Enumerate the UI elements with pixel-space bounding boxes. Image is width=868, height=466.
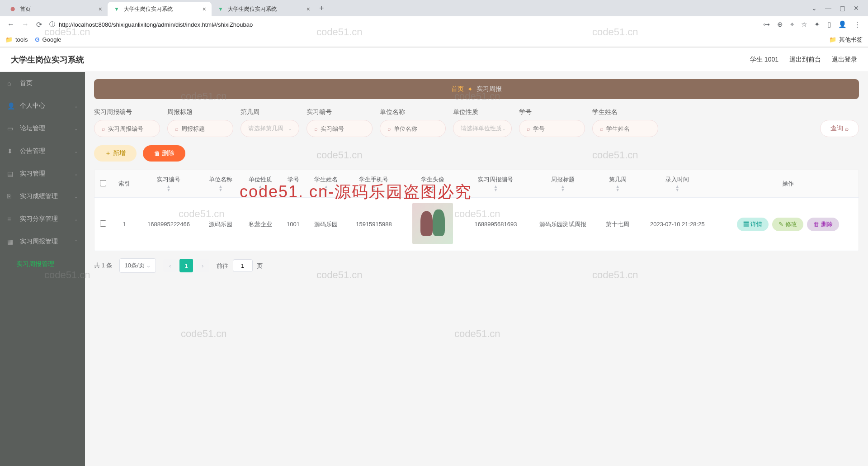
sort-icon: ▲▼ [494, 185, 498, 192]
sort-icon: ▲▼ [291, 185, 295, 192]
bookmark-other[interactable]: 📁 其他书签 [829, 36, 863, 44]
search-input[interactable] [181, 125, 226, 132]
breadcrumb-home[interactable]: 首页 [451, 85, 464, 93]
close-icon[interactable]: × [99, 5, 102, 13]
close-icon[interactable]: × [307, 5, 310, 13]
sidebar-item-share[interactable]: ≡实习分享管理⌄ [0, 208, 85, 230]
exit-front-button[interactable]: 退出到前台 [789, 56, 821, 64]
sidebar-item-label: 论坛管理 [20, 124, 45, 133]
detail-button[interactable]: ☰ 详情 [737, 218, 769, 231]
next-page-button[interactable]: › [196, 259, 209, 272]
reload-icon[interactable]: ⟳ [36, 20, 42, 29]
sidebar-item-label: 实习成绩管理 [20, 192, 58, 200]
address-bar: ← → ⟳ ⓘ ⊶ ⊕ ⌖ ☆ ✦ ▯ 👤 ⋮ [0, 16, 868, 33]
info-icon[interactable]: ⓘ [49, 20, 55, 29]
page-size-select[interactable]: 10条/页 ⌄ [119, 258, 156, 273]
text-input[interactable]: ⌕ [519, 120, 585, 137]
maximize-icon[interactable]: ▢ [840, 5, 845, 12]
zoom-icon[interactable]: ⊕ [777, 20, 783, 29]
main-content: 首页 ✦ 实习周报 实习周报编号⌕周报标题⌕第几周请选择第几周⌄实习编号⌕单位名… [85, 72, 868, 466]
table-header-cell[interactable]: 实习周报编号▲▼ [463, 170, 528, 198]
chevron-down-icon: ⌄ [74, 104, 78, 109]
table-header-cell[interactable]: 学生手机号▲▼ [346, 170, 401, 198]
table-cell: 1 [112, 198, 137, 251]
field-label: 学生姓名 [592, 108, 658, 116]
search-input[interactable] [606, 125, 651, 132]
bookmark-google[interactable]: G Google [35, 36, 61, 43]
row-checkbox[interactable] [100, 220, 106, 227]
home-icon: ⌂ [7, 80, 15, 87]
row-delete-button[interactable]: 🗑 删除 [807, 218, 839, 231]
search-input[interactable] [108, 125, 152, 132]
back-icon[interactable]: ← [7, 20, 14, 29]
prev-page-button[interactable]: ‹ [163, 259, 177, 272]
table-header-cell[interactable]: 单位名称▲▼ [201, 170, 241, 198]
favorite-icon[interactable]: ☆ [801, 20, 807, 29]
select-input[interactable]: 请选择单位性质⌄ [453, 120, 512, 137]
forward-icon[interactable]: → [22, 20, 29, 29]
text-input[interactable]: ⌕ [167, 120, 233, 137]
tab-title: 大学生岗位实习系统 [228, 5, 277, 13]
password-icon[interactable]: ⊶ [763, 20, 770, 29]
sidebar-sub-weekly[interactable]: 实习周报管理 [0, 253, 85, 276]
text-input[interactable]: ⌕ [380, 120, 446, 137]
table-header-cell[interactable]: 单位性质▲▼ [241, 170, 280, 198]
delete-button[interactable]: 🗑删除 [143, 145, 185, 162]
translate-icon[interactable]: ⌖ [790, 20, 794, 29]
sidebar-item-home[interactable]: ⌂首页 [0, 72, 85, 95]
url-input[interactable] [59, 21, 756, 28]
add-button[interactable]: ＋新增 [94, 145, 137, 162]
minimize-icon[interactable]: — [825, 5, 831, 12]
profile-icon[interactable]: 👤 [838, 20, 847, 29]
tab-title: 大学生岗位实习系统 [124, 5, 173, 13]
select-input[interactable]: 请选择第几周⌄ [241, 120, 299, 137]
goto-input[interactable] [233, 259, 253, 272]
search-input[interactable] [321, 125, 365, 132]
goto-suffix: 页 [257, 262, 263, 269]
sidebar-item-intern[interactable]: ▤实习管理⌄ [0, 162, 85, 185]
menu-icon[interactable]: ⋮ [854, 20, 861, 29]
sidebar-item-grade[interactable]: ⎘实习成绩管理⌄ [0, 185, 85, 208]
table-header-cell[interactable]: 第几周▲▼ [598, 170, 637, 198]
search-icon: ⌕ [175, 125, 179, 132]
extensions-icon[interactable]: ✦ [814, 20, 820, 29]
logout-button[interactable]: 退出登录 [832, 56, 857, 64]
search-input[interactable] [533, 125, 577, 132]
close-icon[interactable]: × [203, 5, 206, 13]
browser-tab-2[interactable]: ▼ 大学生岗位实习系统 × [212, 2, 316, 16]
table-header-cell[interactable]: 周报标题▲▼ [528, 170, 598, 198]
sidebar-item-label: 个人中心 [20, 102, 45, 110]
chevron-up-icon: ⌃ [74, 239, 78, 244]
sidebar-item-label: 实习周报管理 [16, 260, 54, 268]
select-all-checkbox[interactable] [100, 180, 106, 186]
search-input[interactable] [394, 125, 438, 132]
chevron-down-icon: ⌄ [74, 126, 78, 131]
text-input[interactable]: ⌕ [94, 120, 160, 137]
table-header-cell[interactable]: 学生头像▲▼ [402, 170, 464, 198]
bookmark-tools[interactable]: 📁 tools [5, 36, 28, 43]
table-header-cell[interactable]: 录入时间▲▼ [637, 170, 717, 198]
bookmark-bar: 📁 tools G Google 📁 其他书签 [0, 33, 868, 47]
sidepanel-icon[interactable]: ▯ [827, 20, 831, 29]
dropdown-icon[interactable]: ⌄ [811, 5, 817, 12]
query-button[interactable]: 查询 ⌕ [820, 120, 859, 137]
browser-tab-1[interactable]: ▼ 大学生岗位实习系统 × [108, 2, 212, 16]
sort-icon: ▲▼ [431, 185, 435, 192]
page-number[interactable]: 1 [179, 259, 193, 272]
sidebar-item-weekly[interactable]: ▦实习周报管理⌃ [0, 230, 85, 253]
close-window-icon[interactable]: ✕ [854, 5, 859, 12]
text-input[interactable]: ⌕ [307, 120, 373, 137]
user-label[interactable]: 学生 1001 [750, 56, 778, 64]
sidebar-item-personal[interactable]: 👤个人中心⌄ [0, 95, 85, 117]
table-header-cell[interactable]: 学号▲▼ [280, 170, 307, 198]
new-tab-button[interactable]: + [316, 4, 328, 13]
browser-tab-0[interactable]: ⬣ 首页 × [4, 2, 108, 16]
edit-button[interactable]: ✎ 修改 [772, 218, 803, 231]
table-header-cell[interactable]: 学生姓名▲▼ [307, 170, 346, 198]
sort-icon: ▲▼ [324, 185, 328, 192]
text-input[interactable]: ⌕ [592, 120, 658, 137]
sort-icon: ▲▼ [675, 185, 679, 192]
sidebar-item-notice[interactable]: ⬍公告管理⌄ [0, 140, 85, 162]
table-header-cell[interactable]: 实习编号▲▼ [137, 170, 201, 198]
sidebar-item-forum[interactable]: ▭论坛管理⌄ [0, 117, 85, 140]
